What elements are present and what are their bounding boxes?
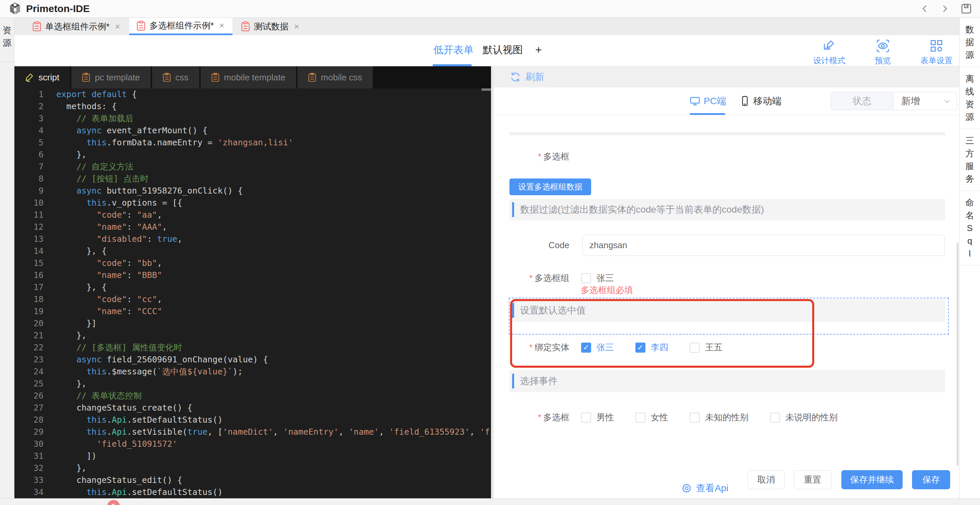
- editor-tab-bar: script pc template css mobile template m…: [14, 66, 491, 88]
- design-mode-icon: [822, 38, 837, 53]
- line-number: 25: [14, 378, 43, 390]
- sidebar-item-resources[interactable]: 资源: [0, 18, 14, 62]
- code-token: [56, 210, 97, 220]
- right-sidebar-item[interactable]: 数据源: [959, 18, 980, 67]
- code-viewport[interactable]: 1234567891011121314151617181920212223242…: [14, 88, 491, 505]
- code-line: // [多选框] 属性值变化时: [56, 341, 491, 354]
- file-tab[interactable]: 测试数据×: [234, 18, 307, 35]
- data-filter-section-header: 数据过滤(过滤出数据实体的code等于当前表单的code数据): [509, 199, 945, 220]
- code-token: ,: [157, 258, 162, 268]
- cancel-button[interactable]: 取消: [748, 470, 785, 489]
- close-tab-icon[interactable]: ×: [218, 21, 225, 31]
- editor-tab[interactable]: script: [14, 66, 70, 88]
- save-button[interactable]: 保存: [912, 470, 950, 489]
- checkbox-icon[interactable]: [581, 273, 591, 283]
- refresh-label[interactable]: 刷新: [525, 71, 544, 83]
- code-token: 'name': [348, 427, 379, 437]
- code-token: 'field_51: [480, 427, 491, 437]
- checkbox-option[interactable]: ✓张三: [581, 341, 614, 353]
- checkbox-icon[interactable]: [635, 413, 645, 422]
- checkbox-option[interactable]: 张三: [581, 272, 614, 284]
- nav-forward-icon[interactable]: [940, 4, 949, 14]
- code-token: ,: [162, 222, 167, 232]
- view-api-link[interactable]: 查看Api: [681, 478, 728, 498]
- reset-button[interactable]: 重置: [794, 470, 831, 489]
- add-view-button[interactable]: +: [535, 43, 542, 56]
- checkbox-icon[interactable]: ✓: [635, 343, 645, 353]
- tab-pc[interactable]: PC端: [690, 95, 726, 108]
- code-token: ,: [469, 427, 480, 437]
- right-sidebar-item[interactable]: 三方服务: [959, 129, 980, 191]
- code-token: "name": [97, 306, 127, 316]
- document-icon: [212, 73, 220, 82]
- tab-default-view[interactable]: 默认视图: [483, 43, 523, 57]
- code-line: "name": "BBB": [56, 269, 491, 281]
- refresh-bar: 刷新: [494, 66, 959, 87]
- select-event-section-header[interactable]: 选择事件: [509, 370, 945, 392]
- line-number: 13: [14, 233, 43, 245]
- checkbox-icon[interactable]: ✓: [581, 343, 591, 353]
- code-token: this: [86, 427, 107, 437]
- line-number: 34: [14, 486, 43, 498]
- tab-low-code-form[interactable]: 低开表单: [433, 43, 474, 57]
- status-select[interactable]: 状态 新增: [830, 92, 957, 110]
- file-tab[interactable]: 多选框组件示例*×: [129, 18, 232, 35]
- right-sidebar-item-char: 务: [959, 173, 980, 185]
- checkbox-group-options: 张三: [581, 270, 635, 286]
- code-token: [56, 125, 76, 135]
- checkbox-option[interactable]: 王五: [690, 341, 722, 353]
- checkbox-icon[interactable]: [770, 413, 780, 422]
- checkbox-option-label: 张三: [597, 341, 614, 353]
- preview-button[interactable]: 预览: [863, 38, 903, 66]
- editor-scrollbar-thumb[interactable]: [482, 88, 491, 91]
- line-number: 6: [14, 149, 43, 161]
- set-checkbox-group-data-button[interactable]: 设置多选框组数据: [509, 178, 591, 195]
- save-and-continue-button[interactable]: 保存并继续: [842, 470, 903, 489]
- editor-tab[interactable]: mobile template: [200, 66, 296, 88]
- editor-tab[interactable]: pc template: [72, 66, 150, 88]
- checkbox-option[interactable]: 男性: [581, 411, 614, 423]
- form-settings-button[interactable]: 表单设置: [916, 38, 956, 66]
- code-content[interactable]: export default { methods: { // 表单加载后 asy…: [56, 88, 491, 498]
- code-token: true: [157, 234, 177, 244]
- editor-tab[interactable]: mobile css: [298, 66, 373, 88]
- close-tab-icon[interactable]: ×: [293, 21, 300, 32]
- tab-mobile-label: 移动端: [753, 95, 781, 108]
- line-number-gutter: 1234567891011121314151617181920212223242…: [14, 88, 43, 498]
- right-sidebar-item-char: q: [959, 234, 980, 247]
- status-value-text: 新增: [901, 95, 920, 108]
- close-tab-icon[interactable]: ×: [114, 21, 121, 32]
- checkbox-option[interactable]: 未知的性别: [690, 411, 749, 423]
- checkbox-option[interactable]: ✓李四: [635, 341, 668, 353]
- line-number: 24: [14, 366, 43, 378]
- line-number: 27: [14, 402, 43, 414]
- checkbox-icon[interactable]: [690, 343, 700, 353]
- notification-badge[interactable]: 1: [107, 500, 120, 505]
- form-preview-panel: 刷新 PC端: [494, 66, 959, 505]
- checkbox-icon[interactable]: [690, 413, 700, 422]
- checkbox-option[interactable]: 未说明的性别: [770, 411, 838, 423]
- checkbox-group-label: * 多选框组: [494, 270, 570, 286]
- file-tab[interactable]: 单选框组件示例*×: [25, 18, 128, 35]
- code-line: },: [56, 330, 491, 341]
- code-token: 'nameDict': [223, 427, 273, 437]
- nav-back-icon[interactable]: [920, 4, 929, 14]
- panel-scrollbar-thumb[interactable]: [956, 243, 959, 466]
- code-token: [56, 306, 97, 316]
- default-value-section-header[interactable]: 设置默认选中值: [509, 299, 945, 322]
- design-mode-button[interactable]: 设计模式: [809, 38, 850, 66]
- line-number: 7: [14, 161, 43, 173]
- editor-tab[interactable]: css: [152, 66, 199, 88]
- line-number: 11: [14, 209, 43, 221]
- code-token: .setDefaultStatus(): [127, 415, 223, 425]
- code-token: "code": [97, 294, 127, 304]
- right-sidebar-item[interactable]: 命名Sql: [959, 191, 980, 265]
- save-file-icon[interactable]: [961, 3, 972, 14]
- tab-mobile[interactable]: 移动端: [740, 95, 781, 108]
- right-sidebar-item[interactable]: 离线资源: [959, 67, 980, 129]
- refresh-icon[interactable]: [509, 71, 522, 83]
- checkbox-option[interactable]: 女性: [635, 411, 668, 423]
- code-line: async button_51958276_onClick() {: [56, 185, 491, 197]
- code-input[interactable]: [582, 235, 945, 256]
- checkbox-icon[interactable]: [581, 413, 591, 422]
